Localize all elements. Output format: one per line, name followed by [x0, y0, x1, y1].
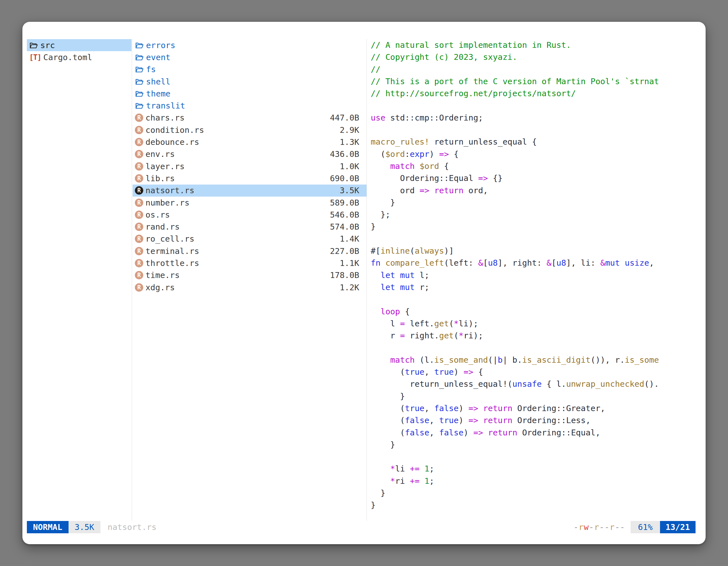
permission-flag: r — [594, 522, 599, 532]
code-line: (true, true) => { — [371, 366, 701, 378]
file-row-item-throttle-rs[interactable]: Rthrottle.rs1.1K — [133, 257, 367, 269]
file-name: errors — [146, 41, 175, 50]
file-row-item-os-rs[interactable]: Ros.rs546.0B — [133, 209, 367, 221]
folder-open-icon — [135, 41, 144, 50]
rust-file-icon: R — [135, 199, 143, 207]
preview-pane: // A natural sort implementation in Rust… — [371, 39, 701, 521]
permission-flag: -- — [615, 522, 625, 532]
folder-open-icon — [135, 53, 144, 62]
code-line: l = left.get(*li); — [371, 318, 701, 330]
file-name: translit — [146, 101, 185, 111]
yazi-file-manager-window: src[T]Cargo.toml errorseventfsshelltheme… — [22, 22, 706, 544]
rust-file-icon: R — [135, 223, 143, 231]
code-line: }; — [371, 209, 701, 221]
code-line: ord => return ord, — [371, 185, 701, 197]
rust-file-icon: R — [135, 114, 143, 122]
file-name: time.rs — [145, 271, 180, 280]
file-row-item-ro-cell-rs[interactable]: Rro_cell.rs1.4K — [133, 233, 367, 245]
permission-flag: w — [584, 522, 589, 532]
file-row-item-shell[interactable]: shell — [133, 76, 367, 88]
file-size: 436.0B — [330, 149, 364, 159]
rust-file-icon: R — [135, 235, 143, 243]
file-row-item-lib-rs[interactable]: Rlib.rs690.0B — [133, 172, 367, 184]
file-name: layer.rs — [145, 162, 185, 171]
rust-file-icon: R — [135, 138, 143, 146]
permission-flag: - — [589, 522, 594, 532]
code-line: } — [371, 197, 701, 209]
code-line — [371, 293, 701, 305]
cursor-position: 13/21 — [660, 521, 696, 533]
file-name: lib.rs — [145, 174, 175, 183]
code-line: } — [371, 390, 701, 402]
code-line: use std::cmp::Ordering; — [371, 112, 701, 124]
file-name: ro_cell.rs — [145, 234, 194, 244]
code-line: Ordering::Equal => {} — [371, 172, 701, 184]
file-size: 1.1K — [340, 259, 364, 268]
code-line — [371, 342, 701, 354]
file-name: theme — [146, 89, 170, 98]
status-file-name: natsort.rs — [108, 521, 157, 533]
code-line: } — [371, 221, 701, 233]
rust-file-icon: R — [135, 162, 143, 171]
code-line: ($ord:expr) => { — [371, 148, 701, 160]
file-name: rand.rs — [145, 222, 180, 232]
folder-open-icon — [135, 77, 144, 86]
file-size: 574.0B — [330, 222, 364, 232]
file-name: event — [146, 53, 170, 62]
file-row-item-fs[interactable]: fs — [133, 64, 367, 76]
file-size: 589.0B — [330, 198, 364, 208]
code-line: (true, false) => return Ordering::Greate… — [371, 402, 701, 414]
file-row-item-rand-rs[interactable]: Rrand.rs574.0B — [133, 221, 367, 233]
file-size: 690.0B — [330, 174, 364, 183]
code-preview: // A natural sort implementation in Rust… — [371, 39, 701, 511]
file-row-item-translit[interactable]: translit — [133, 100, 367, 112]
code-line: return_unless_equal!(unsafe { l.unwrap_u… — [371, 378, 701, 390]
code-line: *li += 1; — [371, 463, 701, 475]
file-name: fs — [146, 65, 156, 74]
current-pane: errorseventfsshellthemetranslitRchars.rs… — [133, 39, 367, 521]
parent-pane: src[T]Cargo.toml — [27, 39, 131, 521]
folder-open-icon — [135, 65, 144, 74]
rust-file-icon: R — [135, 126, 143, 134]
file-row-item-event[interactable]: event — [133, 51, 367, 63]
code-line — [371, 233, 701, 245]
permission-flag: r — [579, 522, 584, 532]
file-row-item-errors[interactable]: errors — [133, 39, 367, 51]
code-line: #[inline(always)] — [371, 245, 701, 257]
file-size: 227.0B — [330, 247, 364, 256]
file-row-item-number-rs[interactable]: Rnumber.rs589.0B — [133, 197, 367, 209]
code-line: (false, false) => return Ordering::Equal… — [371, 427, 701, 439]
file-row-item-chars-rs[interactable]: Rchars.rs447.0B — [133, 112, 367, 124]
file-size: 178.0B — [330, 271, 364, 280]
file-size: 1.0K — [340, 162, 364, 171]
file-size: 546.0B — [330, 210, 364, 220]
rust-file-icon: R — [135, 259, 143, 267]
folder-open-icon — [135, 89, 144, 98]
file-row-item-time-rs[interactable]: Rtime.rs178.0B — [133, 269, 367, 281]
code-line: // A natural sort implementation in Rust… — [371, 39, 701, 51]
code-line: // This is a port of the C version of Ma… — [371, 76, 701, 88]
parent-pane-item-cargo-toml[interactable]: [T]Cargo.toml — [27, 51, 131, 63]
file-row-item-layer-rs[interactable]: Rlayer.rs1.0K — [133, 160, 367, 172]
code-line: let mut l; — [371, 269, 701, 281]
permission-flag: - — [574, 522, 579, 532]
file-name: debounce.rs — [145, 137, 199, 147]
status-file-size: 3.5K — [69, 521, 100, 533]
code-line: *ri += 1; — [371, 475, 701, 487]
file-row-item-theme[interactable]: theme — [133, 88, 367, 100]
file-row-item-debounce-rs[interactable]: Rdebounce.rs1.3K — [133, 136, 367, 148]
code-line: // http://sourcefrog.net/projects/natsor… — [371, 88, 701, 100]
file-row-item-env-rs[interactable]: Renv.rs436.0B — [133, 148, 367, 160]
code-line: loop { — [371, 305, 701, 318]
code-line: // — [371, 64, 701, 76]
file-row-item-xdg-rs[interactable]: Rxdg.rs1.2K — [133, 281, 367, 293]
rust-file-icon: R — [135, 174, 143, 183]
parent-pane-item-src[interactable]: src — [27, 39, 131, 51]
toml-file-icon: [T] — [29, 53, 41, 62]
file-row-item-terminal-rs[interactable]: Rterminal.rs227.0B — [133, 245, 367, 257]
code-line: (false, true) => return Ordering::Less, — [371, 414, 701, 426]
code-line: } — [371, 439, 701, 451]
code-line: r = right.get(*ri); — [371, 330, 701, 342]
file-row-item-natsort-rs[interactable]: Rnatsort.rs3.5K — [133, 185, 367, 197]
file-row-item-condition-rs[interactable]: Rcondition.rs2.9K — [133, 124, 367, 136]
